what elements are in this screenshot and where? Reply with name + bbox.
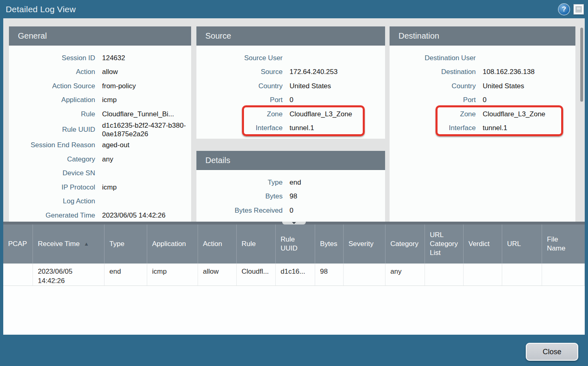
column-header-severity[interactable]: Severity [344,224,385,264]
field-label: Zone [196,110,283,118]
field-label: Interface [390,124,476,132]
field-label: Destination User [390,54,476,62]
field-label: Rule [9,110,95,118]
cell-category: any [385,264,425,285]
column-header-verdict[interactable]: Verdict [464,224,502,264]
field-label: Generated Time [9,211,95,220]
source-panel-header: Source [196,26,385,46]
field-row-interface: Interfacetunnel.1 [390,121,575,135]
field-label: Rule UUID [9,125,95,134]
field-row-category: Categoryany [9,152,191,166]
field-row-ip-protocol: IP Protocolicmp [9,180,191,194]
column-header-action[interactable]: Action [198,224,237,264]
field-row-destination-user: Destination User [390,51,575,65]
field-label: Action [9,68,95,76]
field-label: Country [390,82,476,90]
column-header-pcap[interactable]: PCAP [3,224,33,264]
panel-title: Source [205,31,231,41]
field-label: Application [9,96,95,104]
scrollbar-thumb[interactable] [580,28,583,102]
panel-title: Destination [399,31,439,41]
window-restore-icon[interactable] [573,4,584,15]
field-row-interface: Interfacetunnel.1 [196,121,385,135]
column-header-rule-uuid[interactable]: Rule UUID [276,224,315,264]
field-label: Interface [196,124,283,132]
general-panel-body: Session ID124632 Actionallow Action Sour… [9,46,191,222]
details-panel: Details Typeend Bytes98 Bytes Received0 [196,151,385,222]
field-row-port: Port0 [196,93,385,107]
field-row-source: Source172.64.240.253 [196,65,385,79]
dialog-title: Detailed Log View [0,4,76,14]
field-label: Device SN [9,169,95,177]
field-row-type: Typeend [196,175,385,190]
column-header-file-name[interactable]: File Name [542,224,585,264]
splitter-bar[interactable] [3,222,585,224]
field-row-device-sn: Device SN [9,166,191,181]
field-value: 2023/06/05 14:42:26 [95,211,170,220]
column-header-category[interactable]: Category [385,224,425,264]
field-row-rule: RuleCloudflare_Tunnel_Bi... [9,107,191,121]
field-value: United States [283,82,335,90]
column-header-type[interactable]: Type [105,224,147,264]
field-row-session-id: Session ID124632 [9,51,191,65]
field-value: icmp [95,183,121,192]
field-label: Bytes [196,192,283,200]
field-value: d1c16235-b2f2-4327-b380-0ae1875e2a26 [95,121,191,138]
field-label: Source User [196,54,283,62]
field-label: Source [196,68,283,76]
field-value: 0 [283,96,297,104]
sort-ascending-icon: ▲ [84,240,89,248]
field-value: 0 [283,206,297,215]
destination-panel-header: Destination [390,26,575,46]
field-value: 124632 [95,54,129,62]
column-header-url[interactable]: URL [502,224,542,264]
help-icon[interactable]: ? [559,4,569,15]
cell-rule: Cloudfl... [237,264,276,285]
field-label: Port [196,96,283,104]
field-label: IP Protocol [9,183,95,192]
detail-panels-region: General Session ID124632 Actionallow Act… [3,18,585,222]
table-header-row: PCAP Receive Time▲ Type Application Acti… [3,224,585,264]
field-row-zone: ZoneCloudflare_L3_Zone [390,107,575,121]
field-label: Category [9,155,95,163]
cell-url [502,264,542,285]
cell-receive-time: 2023/06/05 14:42:26 [33,264,105,285]
cell-rule-uuid: d1c16... [276,264,315,285]
field-row-zone: ZoneCloudflare_L3_Zone [196,107,385,121]
splitter-collapse-handle[interactable] [282,222,306,224]
destination-panel: Destination Destination User Destination… [390,26,575,222]
log-table: PCAP Receive Time▲ Type Application Acti… [3,224,585,335]
field-row-country: CountryUnited States [196,79,385,93]
field-value: 172.64.240.253 [283,68,342,76]
field-value: 98 [283,192,301,200]
field-row-rule-uuid: Rule UUIDd1c16235-b2f2-4327-b380-0ae1875… [9,121,191,138]
field-label: Country [196,82,283,90]
field-value: 0 [476,96,490,104]
field-label: Session End Reason [9,141,95,149]
column-header-rule[interactable]: Rule [237,224,276,264]
field-value: Cloudflare_L3_Zone [283,110,356,118]
field-value: any [95,155,117,163]
field-value: allow [95,68,122,76]
column-header-bytes[interactable]: Bytes [315,224,344,264]
field-row-destination: Destination108.162.236.138 [390,65,575,79]
field-row-country: CountryUnited States [390,79,575,93]
field-row-bytes: Bytes98 [196,190,385,204]
field-label: Type [196,178,283,187]
field-label: Session ID [9,54,95,62]
cell-verdict [464,264,502,285]
field-row-port: Port0 [390,93,575,107]
field-row-generated-time: Generated Time2023/06/05 14:42:26 [9,208,191,222]
column-header-application[interactable]: Application [147,224,198,264]
source-panel-body: Source User Source172.64.240.253 Country… [196,46,385,135]
column-header-receive-time[interactable]: Receive Time▲ [33,224,105,264]
vertical-scrollbar[interactable] [578,18,585,222]
close-button[interactable]: Close [526,343,578,361]
field-value: aged-out [95,141,133,149]
table-row[interactable]: 2023/06/05 14:42:26 end icmp allow Cloud… [3,264,585,286]
panel-title: General [18,31,47,41]
column-header-url-category-list[interactable]: URL Category List [425,224,464,264]
cell-action: allow [198,264,237,285]
field-label: Log Action [9,197,95,205]
general-panel-header: General [9,26,191,46]
